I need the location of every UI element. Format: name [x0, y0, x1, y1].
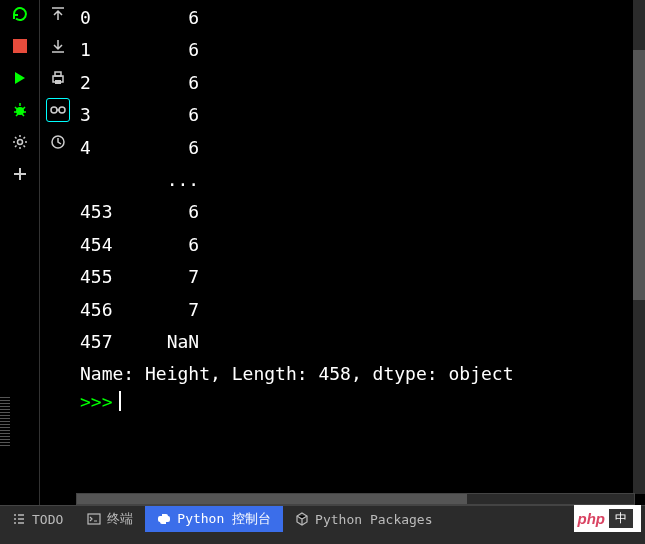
svg-point-7 — [59, 107, 65, 113]
terminal-icon — [87, 512, 101, 526]
output-row: 1 6 — [80, 34, 641, 66]
print-icon[interactable] — [46, 66, 70, 90]
svg-point-6 — [51, 107, 57, 113]
horizontal-scrollbar-thumb[interactable] — [77, 494, 467, 504]
prompt: >>> — [80, 391, 113, 412]
tab-label: Python Packages — [315, 512, 432, 527]
console-toolbar — [40, 0, 76, 505]
output-summary: Name: Height, Length: 458, dtype: object — [80, 358, 641, 390]
tab-python-console[interactable]: Python 控制台 — [145, 506, 283, 532]
vertical-scrollbar-thumb[interactable] — [633, 50, 645, 300]
tab-terminal[interactable]: 终端 — [75, 506, 145, 532]
prompt-line[interactable]: >>> — [80, 391, 641, 412]
tab-todo[interactable]: TODO — [0, 506, 75, 532]
vertical-scrollbar[interactable] — [633, 0, 645, 494]
output-row: 4 6 — [80, 132, 641, 164]
svg-rect-9 — [88, 514, 100, 524]
status-bar — [0, 532, 645, 544]
cursor — [119, 391, 121, 411]
python-console-output[interactable]: 0 6 1 6 2 6 3 6 4 6 ... 453 6 454 6 455 … — [76, 0, 645, 505]
watermark-brand: php — [578, 510, 606, 527]
tab-python-packages[interactable]: Python Packages — [283, 506, 444, 532]
output-row: 0 6 — [80, 2, 641, 34]
output-ellipsis: ... — [80, 164, 641, 196]
svg-point-2 — [17, 140, 22, 145]
tab-label: 终端 — [107, 510, 133, 528]
scroll-top-icon[interactable] — [46, 2, 70, 26]
list-icon — [12, 512, 26, 526]
add-icon[interactable] — [8, 162, 32, 186]
horizontal-scrollbar[interactable] — [76, 493, 635, 505]
watermark: php 中 — [574, 505, 642, 532]
tab-label: Python 控制台 — [177, 510, 271, 528]
rerun-icon[interactable] — [8, 2, 32, 26]
svg-rect-5 — [55, 80, 61, 84]
history-icon[interactable] — [46, 130, 70, 154]
watermark-suffix: 中 — [609, 509, 633, 528]
tab-label: TODO — [32, 512, 63, 527]
stop-icon[interactable] — [8, 34, 32, 58]
gutter-handle[interactable] — [0, 396, 10, 446]
output-row: 456 7 — [80, 294, 641, 326]
output-row: 457 NaN — [80, 326, 641, 358]
debug-icon[interactable] — [8, 98, 32, 122]
output-row: 2 6 — [80, 67, 641, 99]
inspect-icon[interactable] — [46, 98, 70, 122]
svg-rect-0 — [13, 39, 27, 53]
packages-icon — [295, 512, 309, 526]
output-row: 453 6 — [80, 196, 641, 228]
output-row: 455 7 — [80, 261, 641, 293]
scroll-bottom-icon[interactable] — [46, 34, 70, 58]
run-icon[interactable] — [8, 66, 32, 90]
python-icon — [157, 512, 171, 526]
svg-rect-4 — [55, 72, 61, 76]
settings-icon[interactable] — [8, 130, 32, 154]
output-row: 454 6 — [80, 229, 641, 261]
bottom-tool-tabs: TODO 终端 Python 控制台 Python Packages — [0, 505, 645, 532]
output-row: 3 6 — [80, 99, 641, 131]
